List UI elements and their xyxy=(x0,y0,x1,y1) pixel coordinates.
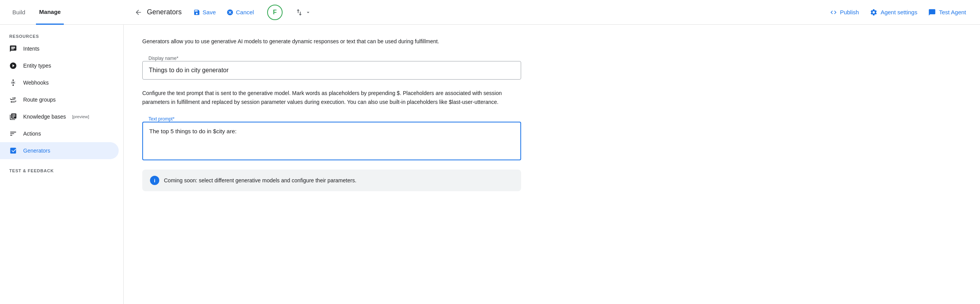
main-layout: RESOURCES Intents Entity types Webhooks xyxy=(0,25,980,304)
svg-point-0 xyxy=(12,82,14,83)
test-agent-button[interactable]: Test Agent xyxy=(924,6,971,19)
save-button[interactable]: Save xyxy=(189,7,220,18)
actions-label: Actions xyxy=(23,131,41,137)
display-name-input[interactable] xyxy=(149,67,515,74)
save-label: Save xyxy=(203,9,216,15)
sidebar-item-generators[interactable]: Generators xyxy=(0,142,119,159)
sidebar: RESOURCES Intents Entity types Webhooks xyxy=(0,25,124,304)
agent-settings-label: Agent settings xyxy=(881,9,917,15)
generators-label: Generators xyxy=(23,148,50,154)
sidebar-item-knowledge-bases[interactable]: Knowledge bases [preview] xyxy=(0,108,119,125)
cancel-button[interactable]: Cancel xyxy=(223,7,258,18)
topbar-actions: Publish Agent settings Test Agent xyxy=(825,6,971,19)
knowledge-bases-badge: [preview] xyxy=(72,114,89,119)
text-prompt-label: Text prompt* xyxy=(147,116,176,122)
svg-point-2 xyxy=(12,85,14,86)
display-name-label: Display name* xyxy=(147,56,180,61)
info-icon: i xyxy=(150,176,159,185)
webhooks-label: Webhooks xyxy=(23,80,49,86)
knowledge-bases-icon xyxy=(9,113,17,121)
text-prompt-field-group: Text prompt* The top 5 things to do in $… xyxy=(142,115,521,160)
intents-label: Intents xyxy=(23,46,39,52)
tab-bar: Build Manage xyxy=(9,0,133,25)
sidebar-item-route-groups[interactable]: Route groups xyxy=(0,91,119,108)
entity-types-icon xyxy=(9,62,17,70)
route-groups-label: Route groups xyxy=(23,97,56,103)
agent-settings-button[interactable]: Agent settings xyxy=(865,6,922,19)
generators-description: Generators allow you to use generative A… xyxy=(142,37,529,46)
svg-point-1 xyxy=(12,80,14,81)
entity-types-label: Entity types xyxy=(23,63,51,69)
sidebar-item-intents[interactable]: Intents xyxy=(0,40,119,57)
text-prompt-input-wrapper[interactable]: The top 5 things to do in $city are: xyxy=(142,122,521,160)
page-title: Generators xyxy=(147,8,182,16)
sidebar-item-entity-types[interactable]: Entity types xyxy=(0,57,119,74)
display-name-field-group: Display name* xyxy=(142,55,521,80)
content-area: Generators allow you to use generative A… xyxy=(124,25,980,304)
info-banner-text: Coming soon: select different generative… xyxy=(164,177,356,183)
tab-build[interactable]: Build xyxy=(9,0,28,25)
publish-label: Publish xyxy=(840,9,859,15)
prompt-description: Configure the text prompt that is sent t… xyxy=(142,89,529,106)
sidebar-item-actions[interactable]: Actions xyxy=(0,125,119,142)
sidebar-item-webhooks[interactable]: Webhooks xyxy=(0,74,119,91)
display-name-input-wrapper[interactable] xyxy=(142,61,521,80)
test-feedback-section-label: TEST & FEEDBACK xyxy=(0,165,123,175)
topbar-main: Generators Save Cancel F xyxy=(133,5,825,20)
actions-icon xyxy=(9,130,17,138)
back-button[interactable] xyxy=(133,7,144,18)
intents-icon xyxy=(9,45,17,53)
tab-manage[interactable]: Manage xyxy=(36,0,64,25)
resources-section-label: RESOURCES xyxy=(0,31,123,40)
knowledge-bases-label: Knowledge bases xyxy=(23,114,66,120)
sort-button[interactable] xyxy=(292,7,314,18)
info-banner: i Coming soon: select different generati… xyxy=(142,170,521,191)
generators-icon xyxy=(9,147,17,155)
route-groups-icon xyxy=(9,96,17,104)
avatar[interactable]: F xyxy=(267,5,283,20)
text-prompt-input[interactable]: The top 5 things to do in $city are: xyxy=(149,128,514,151)
test-agent-label: Test Agent xyxy=(939,9,966,15)
cancel-label: Cancel xyxy=(236,9,254,15)
publish-button[interactable]: Publish xyxy=(825,7,864,18)
topbar: Build Manage Generators Save Cancel F Pu… xyxy=(0,0,980,25)
webhooks-icon xyxy=(9,79,17,87)
